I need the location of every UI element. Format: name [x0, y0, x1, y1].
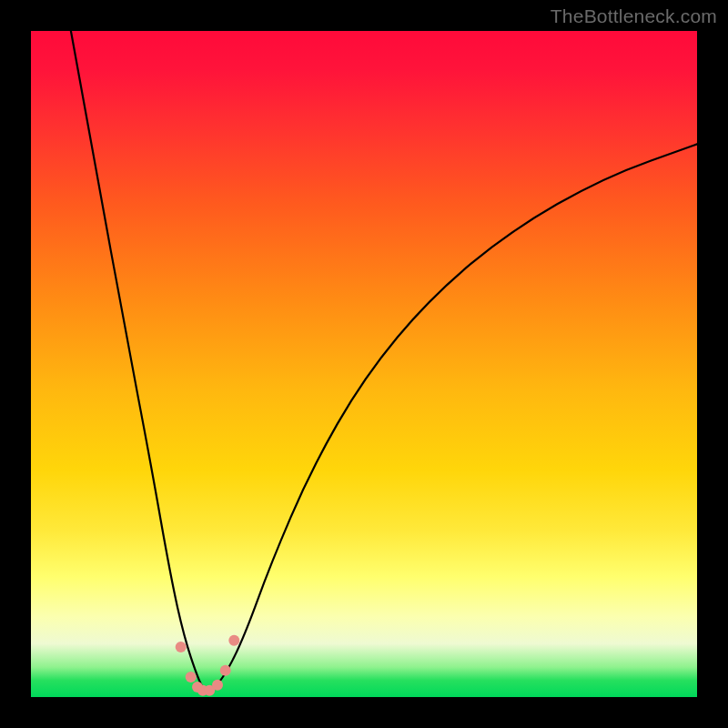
highlight-marker — [220, 665, 231, 676]
highlight-marker — [228, 635, 239, 646]
curve-layer — [71, 31, 697, 691]
outer-frame: TheBottleneck.com — [0, 0, 728, 728]
highlight-marker — [176, 642, 187, 652]
highlight-marker — [212, 680, 223, 691]
plot-area — [31, 31, 697, 697]
chart-svg — [31, 31, 697, 697]
bottleneck-curve-path — [71, 31, 697, 691]
highlight-marker — [186, 672, 197, 682]
watermark-text: TheBottleneck.com — [551, 5, 717, 27]
